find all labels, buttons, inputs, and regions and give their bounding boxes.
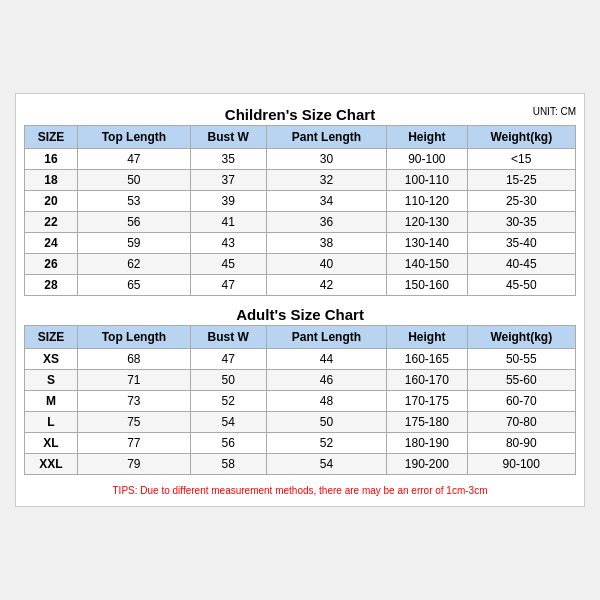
list-item: 37	[190, 170, 266, 191]
list-item: 34	[266, 191, 386, 212]
list-item: 160-165	[387, 349, 467, 370]
list-item: 24	[25, 233, 78, 254]
list-item: 46	[266, 370, 386, 391]
table-row: L755450175-18070-80	[25, 412, 576, 433]
list-item: 180-190	[387, 433, 467, 454]
children-header-height: Height	[387, 126, 467, 149]
list-item: 54	[266, 454, 386, 475]
table-row: 18503732100-11015-25	[25, 170, 576, 191]
children-header-row: SIZE Top Length Bust W Pant Length Heigh…	[25, 126, 576, 149]
list-item: 110-120	[387, 191, 467, 212]
children-header-size: SIZE	[25, 126, 78, 149]
list-item: 39	[190, 191, 266, 212]
list-item: 36	[266, 212, 386, 233]
children-size-table: SIZE Top Length Bust W Pant Length Heigh…	[24, 125, 576, 296]
list-item: 140-150	[387, 254, 467, 275]
list-item: 50-55	[467, 349, 575, 370]
list-item: 62	[78, 254, 191, 275]
adult-header-pant-length: Pant Length	[266, 326, 386, 349]
adult-header-bust-w: Bust W	[190, 326, 266, 349]
list-item: 68	[78, 349, 191, 370]
list-item: 48	[266, 391, 386, 412]
list-item: 175-180	[387, 412, 467, 433]
list-item: 150-160	[387, 275, 467, 296]
table-row: XXL795854190-20090-100	[25, 454, 576, 475]
children-header-weight: Weight(kg)	[467, 126, 575, 149]
children-header-bust-w: Bust W	[190, 126, 266, 149]
adult-size-table: SIZE Top Length Bust W Pant Length Heigh…	[24, 325, 576, 475]
table-row: 28654742150-16045-50	[25, 275, 576, 296]
children-title-text: Children's Size Chart	[225, 106, 375, 123]
children-header-top-length: Top Length	[78, 126, 191, 149]
adult-section-title: Adult's Size Chart	[24, 302, 576, 325]
list-item: 71	[78, 370, 191, 391]
list-item: 160-170	[387, 370, 467, 391]
list-item: 41	[190, 212, 266, 233]
list-item: 170-175	[387, 391, 467, 412]
list-item: 70-80	[467, 412, 575, 433]
adult-header-weight: Weight(kg)	[467, 326, 575, 349]
list-item: 79	[78, 454, 191, 475]
list-item: 15-25	[467, 170, 575, 191]
list-item: XXL	[25, 454, 78, 475]
list-item: M	[25, 391, 78, 412]
list-item: 35	[190, 149, 266, 170]
chart-container: Children's Size Chart UNIT: CM SIZE Top …	[15, 93, 585, 507]
list-item: XL	[25, 433, 78, 454]
list-item: 55-60	[467, 370, 575, 391]
list-item: 75	[78, 412, 191, 433]
list-item: 100-110	[387, 170, 467, 191]
adult-header-row: SIZE Top Length Bust W Pant Length Heigh…	[25, 326, 576, 349]
list-item: 56	[190, 433, 266, 454]
list-item: 30-35	[467, 212, 575, 233]
list-item: 120-130	[387, 212, 467, 233]
list-item: 25-30	[467, 191, 575, 212]
list-item: 65	[78, 275, 191, 296]
list-item: 52	[266, 433, 386, 454]
list-item: S	[25, 370, 78, 391]
list-item: 90-100	[387, 149, 467, 170]
list-item: 52	[190, 391, 266, 412]
tips-text: TIPS: Due to different measurement metho…	[24, 481, 576, 498]
list-item: 50	[266, 412, 386, 433]
list-item: 77	[78, 433, 191, 454]
list-item: 22	[25, 212, 78, 233]
list-item: 190-200	[387, 454, 467, 475]
children-section-title: Children's Size Chart UNIT: CM	[24, 102, 576, 125]
adult-header-height: Height	[387, 326, 467, 349]
table-row: 26624540140-15040-45	[25, 254, 576, 275]
list-item: 130-140	[387, 233, 467, 254]
table-row: 1647353090-100<15	[25, 149, 576, 170]
table-row: XS684744160-16550-55	[25, 349, 576, 370]
list-item: 58	[190, 454, 266, 475]
list-item: 16	[25, 149, 78, 170]
list-item: L	[25, 412, 78, 433]
list-item: 18	[25, 170, 78, 191]
children-header-pant-length: Pant Length	[266, 126, 386, 149]
list-item: <15	[467, 149, 575, 170]
list-item: 20	[25, 191, 78, 212]
list-item: 42	[266, 275, 386, 296]
table-row: 24594338130-14035-40	[25, 233, 576, 254]
list-item: 43	[190, 233, 266, 254]
list-item: 47	[190, 275, 266, 296]
list-item: 40-45	[467, 254, 575, 275]
unit-label: UNIT: CM	[533, 106, 576, 117]
list-item: 59	[78, 233, 191, 254]
list-item: 45-50	[467, 275, 575, 296]
list-item: 40	[266, 254, 386, 275]
adult-title-text: Adult's Size Chart	[236, 306, 364, 323]
table-row: 22564136120-13030-35	[25, 212, 576, 233]
list-item: 73	[78, 391, 191, 412]
list-item: 54	[190, 412, 266, 433]
adult-header-size: SIZE	[25, 326, 78, 349]
list-item: XS	[25, 349, 78, 370]
list-item: 47	[190, 349, 266, 370]
table-row: M735248170-17560-70	[25, 391, 576, 412]
table-row: 20533934110-12025-30	[25, 191, 576, 212]
list-item: 50	[78, 170, 191, 191]
list-item: 38	[266, 233, 386, 254]
list-item: 32	[266, 170, 386, 191]
list-item: 50	[190, 370, 266, 391]
list-item: 35-40	[467, 233, 575, 254]
